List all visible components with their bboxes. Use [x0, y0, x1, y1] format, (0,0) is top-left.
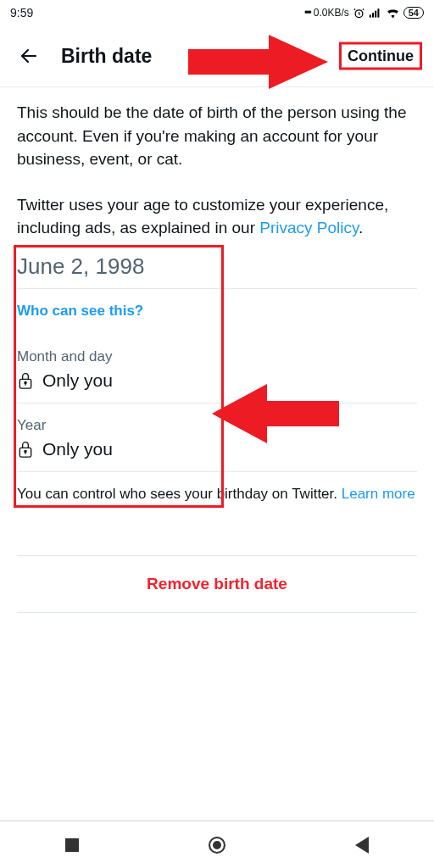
- birth-date-section: June 2, 1998 Who can see this? Month and…: [17, 248, 417, 472]
- back-button[interactable]: [14, 41, 44, 71]
- svg-rect-1: [370, 14, 371, 17]
- year-label: Year: [17, 417, 417, 434]
- lock-icon: [17, 440, 34, 459]
- status-right: ••• 0.0KB/s 54: [304, 7, 424, 19]
- page-header: Birth date Continue: [0, 25, 434, 86]
- status-time: 9:59: [10, 6, 33, 19]
- svg-rect-4: [377, 8, 379, 17]
- svg-rect-3: [375, 11, 376, 18]
- home-button[interactable]: [209, 837, 225, 854]
- privacy-policy-link[interactable]: Privacy Policy: [259, 219, 359, 236]
- svg-point-8: [25, 381, 26, 383]
- divider: [17, 612, 417, 613]
- divider: [17, 403, 417, 403]
- back-system-button[interactable]: [355, 837, 369, 854]
- description-1: This should be the date of birth of the …: [17, 101, 417, 171]
- continue-button[interactable]: Continue: [341, 44, 420, 69]
- battery-indicator: 54: [403, 7, 424, 19]
- net-speed: 0.0KB/s: [314, 7, 349, 19]
- divider: [17, 471, 417, 472]
- month-day-label: Month and day: [17, 348, 417, 365]
- month-day-value: Only you: [42, 370, 113, 391]
- signal-icon: [369, 7, 382, 19]
- status-bar: 9:59 ••• 0.0KB/s 54: [0, 0, 434, 25]
- arrow-left-icon: [19, 46, 39, 66]
- spacer: [17, 504, 417, 555]
- page-title: Birth date: [61, 45, 152, 68]
- description-2: Twitter uses your age to customize your …: [17, 193, 417, 240]
- svg-point-11: [25, 450, 26, 452]
- lock-icon: [17, 371, 34, 390]
- system-nav-bar: [0, 821, 434, 868]
- description-2b: .: [359, 219, 363, 236]
- recent-apps-button[interactable]: [65, 838, 79, 852]
- svg-rect-2: [372, 13, 374, 18]
- alarm-icon: [353, 7, 365, 19]
- more-dots-icon: •••: [304, 7, 310, 19]
- month-day-selector[interactable]: Only you: [17, 365, 417, 403]
- who-can-see-link[interactable]: Who can see this?: [17, 289, 143, 335]
- learn-more-link[interactable]: Learn more: [342, 486, 415, 502]
- content: This should be the date of birth of the …: [0, 87, 434, 613]
- year-value: Only you: [42, 439, 113, 459]
- footer-text: You can control who sees your birthday o…: [17, 486, 342, 502]
- year-selector[interactable]: Only you: [17, 434, 417, 471]
- footer-note: You can control who sees your birthday o…: [17, 472, 417, 505]
- birth-date-value[interactable]: June 2, 1998: [17, 248, 417, 288]
- wifi-icon: [386, 7, 400, 19]
- remove-birth-date-button[interactable]: Remove birth date: [17, 556, 417, 612]
